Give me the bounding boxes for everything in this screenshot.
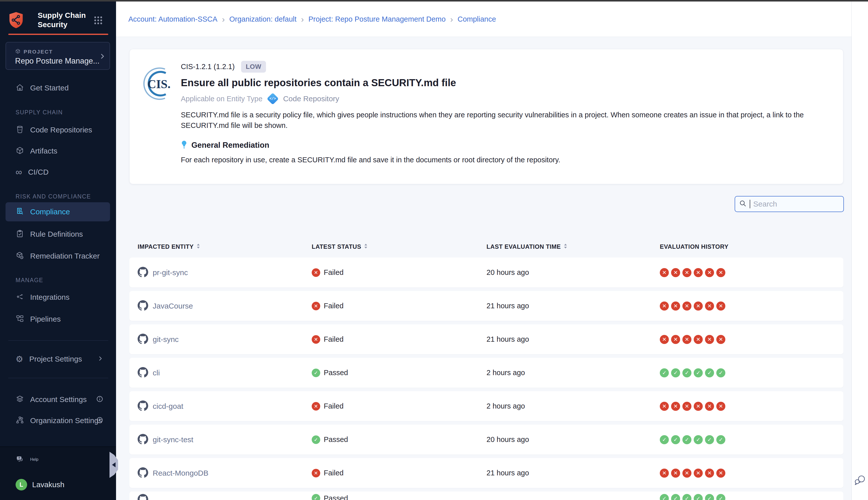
sidebar-item-compliance[interactable]: Compliance	[5, 202, 110, 221]
history-status-icon	[671, 435, 680, 444]
column-evaluation-history: EVALUATION HISTORY	[660, 243, 843, 250]
code-repo-icon: </>	[15, 125, 24, 135]
entity-type: Code Repository	[283, 94, 339, 103]
github-icon	[138, 400, 148, 412]
svg-text:?: ?	[18, 456, 20, 459]
history-status-icon	[694, 402, 703, 411]
table-row[interactable]: git-sync Failed 21 hours ago	[129, 325, 843, 354]
sidebar-item-organization-settings[interactable]: Organization Settings	[5, 412, 110, 429]
table-row[interactable]: cli Passed 2 hours ago	[129, 358, 843, 388]
status-label: Failed	[324, 268, 344, 277]
table-row[interactable]: Passed	[129, 491, 843, 500]
svg-text:</>: </>	[18, 129, 21, 131]
evaluation-time: 21 hours ago	[486, 335, 660, 343]
table-row[interactable]: React-MongoDB Failed 21 hours ago	[129, 458, 843, 488]
project-label: PROJECT	[24, 49, 53, 55]
history-status-icon	[705, 268, 714, 277]
history-status-icon	[671, 469, 680, 478]
column-label: EVALUATION HISTORY	[660, 243, 728, 250]
breadcrumb-account[interactable]: Account: Automation-SSCA	[128, 15, 218, 23]
sidebar-item-rule-definitions[interactable]: Rule Definitions	[5, 226, 110, 243]
sidebar-footer: ? Help L Lavakush	[0, 446, 116, 500]
history-status-icon	[716, 402, 725, 411]
sidebar-item-project-settings[interactable]: Project Settings	[5, 351, 110, 367]
sidebar-item-help[interactable]: ? Help	[5, 452, 110, 468]
table-row[interactable]: JavaCourse Failed 21 hours ago	[129, 291, 843, 321]
user-menu[interactable]: L Lavakush	[5, 477, 110, 493]
sidebar: Supply Chain Security PROJECT Repo Postu…	[0, 1, 116, 500]
sidebar-item-label: Rule Definitions	[30, 230, 83, 238]
entity-name-link[interactable]: JavaCourse	[153, 302, 193, 310]
history-status-icon	[705, 368, 714, 377]
lightbulb-icon	[181, 140, 187, 150]
sidebar-item-label: CI/CD	[28, 168, 49, 177]
column-latest-status[interactable]: LATEST STATUS	[312, 243, 486, 250]
info-icon[interactable]	[96, 416, 103, 425]
status-icon	[312, 268, 320, 277]
sidebar-item-artifacts[interactable]: Artifacts	[5, 143, 110, 160]
main-content: Account: Automation-SSCA › Organization:…	[116, 1, 868, 500]
history-status-icon	[660, 302, 669, 310]
entity-name-link[interactable]: git-sync-test	[153, 435, 193, 444]
column-last-evaluation-time[interactable]: LAST EVALUATION TIME	[486, 243, 660, 250]
evaluation-time: 2 hours ago	[486, 402, 660, 410]
evaluation-history	[660, 402, 843, 411]
entity-name-link[interactable]: React-MongoDB	[153, 469, 208, 477]
entity-name-link[interactable]: cicd-goat	[153, 402, 183, 411]
sidebar-item-remediation-tracker[interactable]: Remediation Tracker	[5, 248, 110, 264]
chevron-right-icon	[97, 355, 103, 363]
project-selector[interactable]: PROJECT Repo Posture Manage...	[5, 42, 110, 70]
sidebar-item-get-started[interactable]: Get Started	[5, 79, 110, 96]
sidebar-item-label: Artifacts	[30, 147, 57, 155]
evaluation-time: 21 hours ago	[486, 469, 660, 477]
entity-name-link[interactable]: pr-git-sync	[153, 268, 188, 277]
user-name: Lavakush	[32, 480, 64, 489]
sidebar-item-pipelines[interactable]: Pipelines	[5, 310, 110, 328]
table-row[interactable]: cicd-goat Failed 2 hours ago	[129, 391, 843, 421]
history-status-icon	[660, 368, 669, 377]
history-status-icon	[671, 302, 680, 310]
history-status-icon	[705, 435, 714, 444]
search-icon	[739, 200, 747, 208]
cis-logo: CIS.	[141, 66, 176, 102]
history-status-icon	[716, 435, 725, 444]
sidebar-item-label: Code Repositories	[30, 126, 92, 134]
history-status-icon	[682, 335, 692, 344]
sidebar-item-integrations[interactable]: Integrations	[5, 289, 110, 306]
column-impacted-entity[interactable]: IMPACTED ENTITY	[138, 243, 312, 250]
info-icon[interactable]	[96, 395, 103, 404]
history-status-icon	[682, 435, 692, 444]
history-status-icon	[671, 268, 680, 277]
evaluation-history	[660, 368, 843, 377]
history-status-icon	[682, 469, 692, 478]
table-row[interactable]: pr-git-sync Failed 20 hours ago	[129, 258, 843, 287]
github-icon	[138, 467, 148, 479]
sidebar-item-code-repositories[interactable]: </> Code Repositories	[5, 121, 110, 138]
window-top-strip	[0, 0, 868, 1]
breadcrumb-organization[interactable]: Organization: default	[229, 15, 297, 23]
sidebar-item-cicd[interactable]: CI/CD	[5, 163, 110, 181]
app-grid-icon[interactable]	[94, 16, 103, 26]
chat-support-icon[interactable]	[854, 474, 866, 488]
history-status-icon	[716, 335, 725, 344]
org-chart-icon	[15, 416, 24, 425]
breadcrumb-project[interactable]: Project: Repo Posture Management Demo	[309, 15, 445, 23]
remediation-heading: General Remediation	[192, 141, 269, 150]
scrollbar-gutter[interactable]	[852, 1, 868, 500]
breadcrumb-compliance[interactable]: Compliance	[458, 15, 496, 23]
clipboard-check-icon	[15, 229, 24, 239]
product-title-line2: Security	[38, 20, 86, 29]
section-supply-chain: SUPPLY CHAIN	[15, 109, 63, 116]
brand-shield-icon	[8, 12, 24, 30]
table-row[interactable]: git-sync-test Passed 20 hours ago	[129, 425, 843, 455]
applicable-label: Applicable on Entity Type	[181, 95, 263, 103]
sidebar-item-label: Integrations	[30, 293, 70, 302]
entity-name-link[interactable]: cli	[153, 368, 160, 377]
entity-name-link[interactable]: git-sync	[153, 335, 178, 344]
search-input[interactable]	[753, 200, 829, 208]
evaluation-history	[660, 268, 843, 277]
history-status-icon	[694, 368, 703, 377]
sidebar-item-account-settings[interactable]: Account Settings	[5, 391, 110, 408]
history-status-icon	[694, 469, 703, 478]
github-icon	[138, 367, 148, 379]
